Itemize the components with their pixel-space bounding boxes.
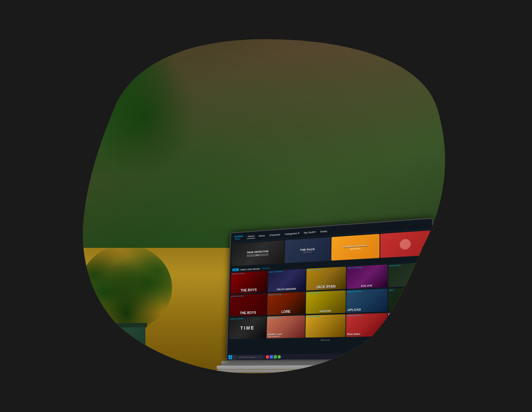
modern-love-content: Modern Love EMMY NOMINATED (268, 333, 304, 337)
card-the-boys-1[interactable]: AMAZON ORIGINAL THE BOYS (231, 271, 267, 294)
the-boys-1-title: THE BOYS (231, 288, 267, 293)
card-truth-seekers[interactable]: AMAZON ORIGINAL TRUTH SEEKERS (268, 269, 306, 292)
amazon-badge-p1: AMAZON ORIG... (389, 265, 402, 267)
truth-seekers-bg: AMAZON ORIGINAL TRUTH SEEKERS (268, 269, 306, 292)
time-title: TIME (240, 325, 255, 331)
section1-title: Watch while abroad (240, 267, 260, 271)
card-red-oaks[interactable]: AMAZON ORIGINAL Red Oaks (346, 313, 387, 337)
amazon-badge-sticky: AMAZON ORIGINAL (306, 316, 321, 318)
lore-bg: AMAZON ORIGINAL LORE (267, 292, 306, 315)
prime-video-interface: prime video Home Store Channels Categori… (227, 219, 433, 360)
card4-content (400, 239, 411, 250)
jack-ryan-title: JACK RYAN (307, 284, 345, 289)
plant-leaves-left (69, 25, 193, 174)
search-icon[interactable] (233, 356, 236, 359)
amazon-badge-ee: AMAZON ORIGINAL (347, 267, 362, 269)
featured-spongebob[interactable]: SpongeBob SquarePants NEW SERIES (331, 234, 379, 261)
amazon-badge-boys2: AMAZON ORIGINAL (231, 295, 244, 297)
card4-image (400, 239, 411, 250)
modern-love-bg: AMAZON ORIGINAL Modern Love EMMY NOMINAT… (266, 315, 305, 338)
featured-card4[interactable] (380, 230, 431, 258)
modern-love-subtitle: EMMY NOMINATED (268, 335, 304, 338)
just-add-magic-bg: AMAZON ORIG... Just Add Magic (388, 312, 431, 336)
taskbar-apps (266, 355, 281, 359)
laptop: prime video Home Store Channels Categori… (226, 217, 450, 373)
spongebob-bg: SpongeBob SquarePants NEW SERIES (331, 234, 379, 261)
win-icon-4 (231, 357, 232, 359)
prime-logo: prime video (235, 234, 243, 240)
nav-deals[interactable]: Deals (319, 229, 328, 234)
nav-categories[interactable]: Categories ▾ (284, 231, 300, 236)
nav-home[interactable]: Home (247, 234, 255, 239)
pack-content: THE PACK NEW SERIES (300, 247, 315, 254)
card-sticky[interactable]: AMAZON ORIGINAL (305, 314, 345, 338)
card-lore[interactable]: AMAZON ORIGINAL LORE (267, 292, 306, 315)
card-time[interactable]: AMAZON ORIGINAL TIME (229, 317, 266, 339)
card-hunters[interactable]: AMAZON ORIGINAL HUNTERS (306, 290, 345, 314)
true-detective-content: TRUE DETECTIVE HBO (246, 250, 268, 257)
just-add-magic-title: Just Add Magic (390, 332, 430, 335)
lore-title: LORE (268, 309, 305, 314)
featured-the-pack[interactable]: THE PACK NEW SERIES (284, 237, 331, 263)
evil-eye-bg: AMAZON ORIGINAL EVIL EYE (347, 265, 388, 289)
amazon-badge-ml: AMAZON ORIGINAL (267, 317, 281, 319)
laptop-screen: prime video Home Store Channels Categori… (226, 218, 434, 361)
amazon-badge-boys1: AMAZON ORIGINAL (232, 273, 245, 275)
hunters-bg: AMAZON ORIGINAL HUNTERS (306, 290, 345, 314)
blob-container: prime video Home Store Channels Categori… (80, 32, 452, 380)
taskbar-icon-2[interactable] (420, 354, 423, 357)
amazon-badge-lore: AMAZON ORIGINAL (268, 294, 282, 296)
hunters-title: HUNTERS (306, 310, 345, 313)
win-icon-1 (228, 355, 230, 357)
true-detective-bg: TRUE DETECTIVE HBO (231, 240, 284, 266)
time-bg: AMAZON ORIGINAL TIME (229, 317, 266, 339)
the-boys-1-bg: AMAZON ORIGINAL THE BOYS (231, 271, 267, 294)
upload-title: UPLOAD (348, 307, 386, 312)
red-oaks-title: Red Oaks (347, 333, 360, 336)
prime-badge: prime (232, 268, 238, 271)
app-icon-3[interactable] (273, 355, 277, 359)
taskbar-clock: 14:57 28.10.2018 (424, 353, 432, 358)
pack-bg: THE PACK NEW SERIES (284, 237, 331, 263)
the-boys-2-bg: AMAZON ORIGINAL THE BOYS (230, 294, 267, 316)
nav-store[interactable]: Store (258, 233, 266, 238)
evil-eye-title: EVIL EYE (347, 284, 387, 288)
card-evil-eye[interactable]: AMAZON ORIGINAL EVIL EYE (347, 265, 388, 289)
card-just-add-magic[interactable]: AMAZON ORIG... Just Add Magic (388, 312, 431, 336)
card-jack-ryan[interactable]: AMAZON ORIGINAL JACK RYAN (306, 267, 346, 290)
sticky-bg: AMAZON ORIGINAL (305, 314, 345, 338)
room-background: prime video Home Store Channels Categori… (80, 32, 452, 380)
taskbar-date: 28.10.2018 (424, 356, 432, 358)
taskbar-search-box[interactable]: Zur Suche Text hier eingeben (238, 355, 264, 359)
app-icon-2[interactable] (270, 355, 273, 359)
jimmy-bg: AMAZ... (388, 287, 431, 312)
card-modern-love[interactable]: AMAZON ORIGINAL Modern Love EMMY NOMINAT… (266, 315, 305, 338)
upload-bg: AMAZON ORIGINAL UPLOAD (346, 289, 388, 313)
partial1-bg: AMAZON ORIG... (388, 262, 431, 287)
featured-true-detective[interactable]: TRUE DETECTIVE HBO (231, 240, 284, 266)
windows-icon[interactable] (228, 355, 232, 359)
card-the-boys-2[interactable]: AMAZON ORIGINAL THE BOYS (230, 294, 267, 316)
laptop-keyboard-area (216, 370, 446, 373)
see-more-link[interactable]: See more (261, 267, 270, 269)
red-oaks-bg: AMAZON ORIGINAL Red Oaks (346, 313, 387, 337)
amazon-badge-jam: AMAZON ORIG... (389, 313, 403, 316)
nav-channels[interactable]: Channels (268, 232, 281, 237)
taskbar-right: 14:57 28.10.2018 (416, 353, 432, 358)
card-partial-1[interactable]: AMAZON ORIG... (388, 262, 431, 287)
jack-ryan-bg: AMAZON ORIGINAL JACK RYAN (306, 267, 346, 290)
card-upload[interactable]: AMAZON ORIGINAL UPLOAD (346, 289, 388, 313)
amazon-badge-hunters: AMAZON ORIGINAL (307, 292, 321, 294)
taskbar-icon-1[interactable] (416, 354, 419, 357)
pot-plant (90, 252, 161, 351)
win-icon-3 (228, 357, 230, 359)
amazon-badge-time: AMAZON ORIGINAL (230, 318, 244, 320)
amazon-badge-jr: AMAZON ORIGINAL (307, 269, 322, 271)
taskbar-search-text: Zur Suche Text hier eingeben (238, 356, 255, 358)
card-jimmy[interactable]: AMAZ... (388, 287, 431, 312)
app-icon-4[interactable] (278, 355, 281, 359)
the-boys-2-title: THE BOYS (231, 311, 266, 315)
app-icon-1[interactable] (266, 355, 269, 359)
nav-mystuff[interactable]: My Stuff ▾ (303, 230, 317, 235)
win-icon-2 (231, 355, 232, 357)
